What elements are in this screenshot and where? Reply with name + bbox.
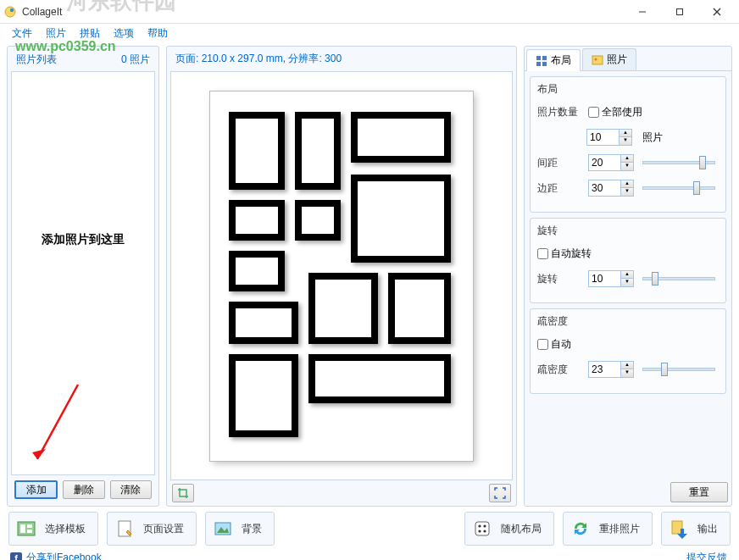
menu-photo[interactable]: 照片 [39,26,73,41]
clear-button[interactable]: 清除 [110,480,152,499]
rearrange-button[interactable]: 重排照片 [563,512,653,546]
canvas-panel: 页面: 210.0 x 297.0 mm, 分辨率: 300 [166,46,517,507]
spin-down[interactable]: ▼ [621,188,633,196]
collage-frame[interactable] [351,112,451,163]
spin-up[interactable]: ▲ [620,130,631,137]
spacing-spinner[interactable]: ▲▼ [588,154,634,171]
fit-tool-button[interactable] [489,484,511,502]
spin-down[interactable]: ▼ [621,279,633,286]
app-icon [3,5,17,19]
svg-point-25 [483,530,486,532]
spin-down[interactable]: ▼ [621,163,633,170]
svg-rect-11 [542,62,547,66]
rotation-group-title: 旋转 [537,224,719,238]
spacing-input[interactable] [588,154,620,171]
collage-frame[interactable] [388,273,451,344]
template-icon [16,518,36,539]
svg-point-0 [5,7,15,17]
facebook-share-link[interactable]: f 分享到Facebook [10,551,102,560]
spin-up[interactable]: ▲ [621,180,633,188]
reset-button[interactable]: 重置 [670,482,728,502]
collage-frame[interactable] [229,112,285,190]
photo-count-label: 照片数量 [537,105,583,119]
export-button[interactable]: 输出 [661,512,731,546]
page-setup-button[interactable]: 页面设置 [107,512,197,546]
density-group-title: 疏密度 [537,314,719,329]
spin-down[interactable]: ▼ [620,137,631,145]
svg-rect-10 [536,62,541,66]
template-button-label: 选择模板 [45,522,86,536]
collage-frame[interactable] [229,354,298,437]
use-all-checkbox[interactable]: 全部使用 [588,105,642,119]
margin-label: 边距 [537,181,583,196]
window-controls [624,1,736,23]
svg-point-1 [10,8,14,11]
delete-button[interactable]: 删除 [63,480,104,499]
collage-frame[interactable] [229,200,285,241]
margin-spinner[interactable]: ▲▼ [588,180,634,197]
canvas-area[interactable] [170,71,513,480]
background-button-label: 背景 [242,522,262,536]
spacing-label: 间距 [537,156,583,170]
close-button[interactable] [698,1,736,23]
svg-rect-12 [592,56,603,64]
margin-slider[interactable] [642,186,715,190]
collage-frame[interactable] [229,302,298,344]
export-label: 输出 [697,522,718,536]
menu-collage[interactable]: 拼贴 [73,26,107,41]
auto-density-checkbox[interactable]: 自动 [537,337,571,352]
collage-frame[interactable] [308,273,378,344]
dice-icon [472,518,492,539]
auto-rotate-checkbox[interactable]: 自动旋转 [537,247,592,261]
facebook-share-label: 分享到Facebook [26,551,102,560]
minimize-button[interactable] [624,1,661,23]
page-setup-icon [114,518,135,539]
menu-help[interactable]: 帮助 [141,26,175,41]
annotation-arrow [29,381,80,466]
refresh-icon [570,518,591,539]
svg-rect-8 [536,56,541,60]
facebook-icon: f [10,552,22,561]
settings-tabs: 布局 照片 [525,47,731,71]
photo-drop-area[interactable]: 添加照片到这里 [11,71,155,475]
tab-layout[interactable]: 布局 [526,49,581,71]
page-setup-button-label: 页面设置 [143,522,184,536]
collage-frame[interactable] [295,112,341,190]
density-spinner[interactable]: ▲▼ [588,361,634,378]
density-slider[interactable] [642,368,715,371]
collage-frame[interactable] [229,251,285,291]
add-button[interactable]: 添加 [14,480,58,499]
menu-options[interactable]: 选项 [107,26,141,41]
footer: f 分享到Facebook 提交反馈 [0,549,739,560]
layout-icon [536,55,547,67]
collage-frame[interactable] [308,354,451,403]
crop-tool-button[interactable] [172,484,194,502]
margin-input[interactable] [588,180,620,197]
spacing-slider[interactable] [642,161,715,164]
spin-up[interactable]: ▲ [621,362,633,369]
menu-file[interactable]: 文件 [5,26,39,41]
random-layout-button[interactable]: 随机布局 [464,512,554,546]
photo-icon [592,54,603,66]
collage-page [210,91,473,461]
background-button[interactable]: 背景 [205,512,275,546]
svg-rect-16 [27,524,32,528]
page-info-label: 页面: 210.0 x 297.0 mm, 分辨率: 300 [170,50,513,71]
template-button[interactable]: 选择模板 [8,512,98,546]
maximize-button[interactable] [661,1,698,23]
photo-count-input[interactable] [586,129,619,146]
collage-frame[interactable] [295,200,341,241]
collage-frame[interactable] [351,175,451,263]
density-input[interactable] [588,361,620,378]
spin-up[interactable]: ▲ [621,155,633,163]
photo-count-spinner[interactable]: ▲▼ [586,129,632,146]
rotation-spinner[interactable]: ▲▼ [588,270,634,287]
rotation-input[interactable] [588,270,620,287]
layout-group-title: 布局 [537,82,719,97]
feedback-link[interactable]: 提交反馈 [686,551,727,560]
rotation-group: 旋转 自动旋转 旋转 ▲▼ [530,218,726,303]
spin-down[interactable]: ▼ [621,369,633,377]
tab-photo[interactable]: 照片 [582,48,636,70]
spin-up[interactable]: ▲ [621,271,633,279]
rotation-slider[interactable] [642,277,715,280]
